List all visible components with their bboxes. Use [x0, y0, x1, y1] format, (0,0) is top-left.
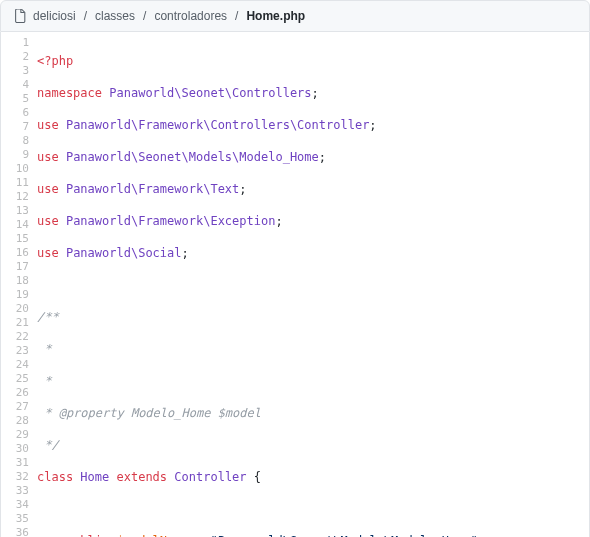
breadcrumb-item[interactable]: deliciosi — [33, 9, 76, 23]
code-content[interactable]: <?php namespace Panaworld\Seonet\Control… — [37, 32, 589, 537]
breadcrumb-separator: / — [82, 9, 89, 23]
code-line: use Panaworld\Framework\Exception; — [37, 214, 589, 228]
code-line: * @property Modelo_Home $model — [37, 406, 589, 420]
line-number: 5 — [1, 92, 29, 106]
breadcrumb-file: Home.php — [246, 9, 305, 23]
line-number: 36 — [1, 526, 29, 537]
file-icon — [13, 9, 27, 23]
code-line — [37, 502, 589, 516]
line-number: 25 — [1, 372, 29, 386]
line-number: 32 — [1, 470, 29, 484]
line-number: 31 — [1, 456, 29, 470]
code-line: * — [37, 342, 589, 356]
breadcrumb-item[interactable]: controladores — [154, 9, 227, 23]
code-line: class Home extends Controller { — [37, 470, 589, 484]
code-line: * — [37, 374, 589, 388]
line-number: 9 — [1, 148, 29, 162]
code-line: namespace Panaworld\Seonet\Controllers; — [37, 86, 589, 100]
line-number: 19 — [1, 288, 29, 302]
line-number: 16 — [1, 246, 29, 260]
line-number: 6 — [1, 106, 29, 120]
line-number: 8 — [1, 134, 29, 148]
line-number: 26 — [1, 386, 29, 400]
line-number: 15 — [1, 232, 29, 246]
line-number: 30 — [1, 442, 29, 456]
code-line — [37, 278, 589, 292]
line-number: 4 — [1, 78, 29, 92]
code-line: /** — [37, 310, 589, 324]
breadcrumb-bar: deliciosi / classes / controladores / Ho… — [0, 0, 590, 32]
line-number: 23 — [1, 344, 29, 358]
line-number: 14 — [1, 218, 29, 232]
code-line: <?php — [37, 54, 589, 68]
line-number: 7 — [1, 120, 29, 134]
line-number: 10 — [1, 162, 29, 176]
code-line: use Panaworld\Framework\Text; — [37, 182, 589, 196]
line-number: 29 — [1, 428, 29, 442]
line-number: 28 — [1, 414, 29, 428]
line-number: 13 — [1, 204, 29, 218]
breadcrumb-item[interactable]: classes — [95, 9, 135, 23]
line-number-gutter: 1 2 3 4 5 6 7 8 9 10 11 12 13 14 15 16 1… — [1, 32, 37, 537]
line-number: 1 — [1, 36, 29, 50]
line-number: 22 — [1, 330, 29, 344]
line-number: 33 — [1, 484, 29, 498]
line-number: 11 — [1, 176, 29, 190]
breadcrumb-separator: / — [141, 9, 148, 23]
line-number: 17 — [1, 260, 29, 274]
code-viewer: 1 2 3 4 5 6 7 8 9 10 11 12 13 14 15 16 1… — [0, 32, 590, 537]
line-number: 27 — [1, 400, 29, 414]
code-line: use Panaworld\Framework\Controllers\Cont… — [37, 118, 589, 132]
code-line: */ — [37, 438, 589, 452]
line-number: 21 — [1, 316, 29, 330]
line-number: 24 — [1, 358, 29, 372]
breadcrumb-separator: / — [233, 9, 240, 23]
code-line: use Panaworld\Social; — [37, 246, 589, 260]
code-line: use Panaworld\Seonet\Models\Modelo_Home; — [37, 150, 589, 164]
line-number: 2 — [1, 50, 29, 64]
line-number: 34 — [1, 498, 29, 512]
line-number: 3 — [1, 64, 29, 78]
line-number: 12 — [1, 190, 29, 204]
line-number: 18 — [1, 274, 29, 288]
line-number: 35 — [1, 512, 29, 526]
line-number: 20 — [1, 302, 29, 316]
